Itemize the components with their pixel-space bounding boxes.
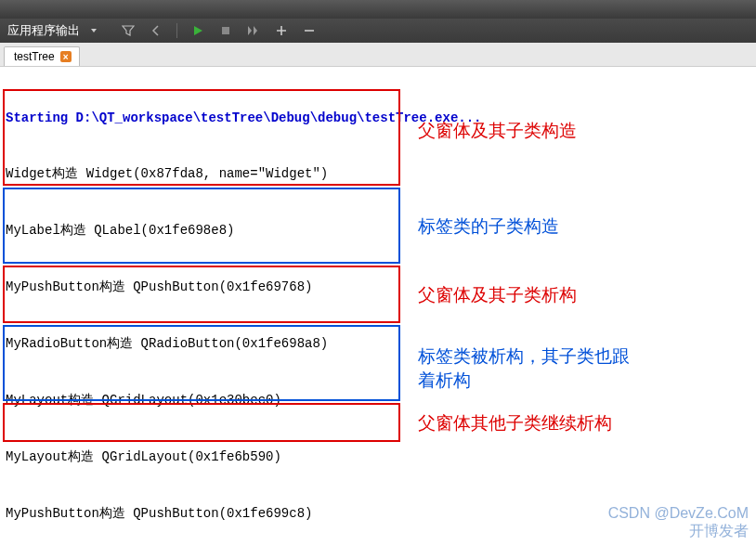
start-line: Starting D:\QT_workspace\testTree\Debug\… [6,109,750,127]
output-line: MyPushButton构造 QPushButton(0x1fe699c8) [6,504,750,523]
collapse-icon[interactable] [85,22,102,39]
console-output[interactable]: Starting D:\QT_workspace\testTree\Debug\… [0,67,756,545]
filter-icon[interactable] [121,23,136,38]
annotation-1: 父窗体及其子类构造 [418,118,577,144]
annotation-4b: 着析构 [418,368,471,394]
output-line: MyLayout构造 QGridLayout(0x1fe6b590) [6,448,750,466]
run-icon[interactable] [190,23,205,38]
output-line: MyPushButton构造 QPushButton(0x1fe69768) [6,278,750,296]
stop-icon[interactable] [218,23,233,38]
annotation-5: 父窗体其他子类继续析构 [418,410,612,436]
annotation-3: 父窗体及其子类析构 [418,282,577,308]
tab-label: testTree [14,50,55,63]
annotation-4a: 标签类被析构，其子类也跟 [418,344,630,370]
tab-testtree[interactable]: testTree × [4,46,80,66]
svg-rect-0 [222,27,229,34]
tab-bar: testTree × [0,43,756,67]
window-top-bar [0,0,756,19]
plus-icon[interactable] [274,23,289,38]
panel-title: 应用程序输出 [7,22,80,39]
output-line: MyRadioButton构造 QRadioButton(0x1fe698a8) [6,334,750,353]
output-line: Widget构造 Widget(0x87fda8, name="Widget") [6,164,750,183]
output-toolbar [121,23,317,38]
output-line: MyLabel构造 QLabel(0x1fe698e8) [6,221,750,240]
annotation-2: 标签类的子类构造 [418,214,559,240]
step-icon[interactable] [246,23,261,38]
toolbar-divider [176,23,177,38]
output-line: MyLayout构造 QGridLayout(0x1e30bec0) [6,391,750,409]
close-icon[interactable]: × [60,51,72,62]
output-panel-header: 应用程序输出 [0,19,756,43]
minus-icon[interactable] [302,23,317,38]
back-icon[interactable] [149,23,163,38]
